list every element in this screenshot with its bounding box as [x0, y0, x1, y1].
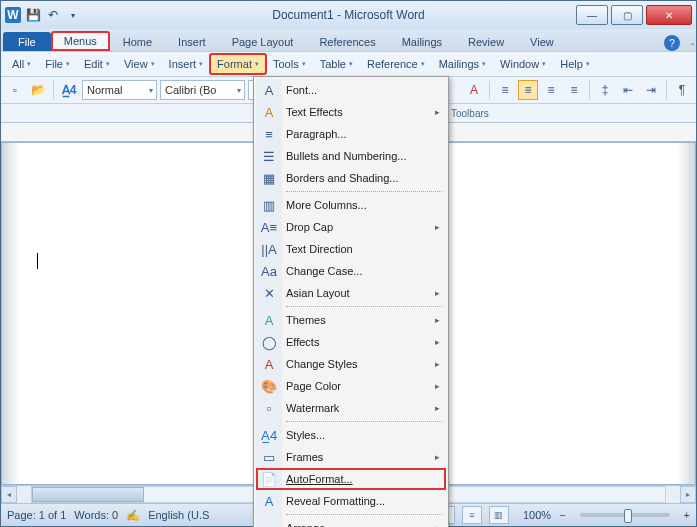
close-button[interactable]: ✕ [646, 5, 692, 25]
borders-icon: ▦ [256, 171, 282, 186]
font-combo[interactable]: Calibri (Bo [160, 80, 245, 100]
align-center-icon[interactable]: ≡ [518, 80, 538, 100]
view-draft-icon[interactable]: ▥ [489, 506, 509, 524]
menu-all[interactable]: All▾ [5, 54, 38, 74]
menu-table[interactable]: Table▾ [313, 54, 360, 74]
menu-reference[interactable]: Reference▾ [360, 54, 432, 74]
menu-item-autoformat[interactable]: 📄AutoFormat... [256, 468, 446, 490]
menu-edit[interactable]: Edit▾ [77, 54, 117, 74]
themes-icon: A [256, 313, 282, 328]
clear-format-icon[interactable]: A̲4 [59, 80, 79, 100]
dropcap-icon: A≡ [256, 220, 282, 235]
change-styles-icon: A [256, 357, 282, 372]
menu-view[interactable]: View▾ [117, 54, 162, 74]
menu-item-page-color[interactable]: 🎨Page Color [256, 375, 446, 397]
tab-review[interactable]: Review [455, 32, 517, 51]
status-words[interactable]: Words: 0 [74, 509, 118, 521]
menu-item-styles[interactable]: A̲4Styles... [256, 424, 446, 446]
menu-item-change-case[interactable]: AaChange Case... [256, 260, 446, 282]
menu-tools[interactable]: Tools▾ [266, 54, 313, 74]
save-icon[interactable]: 💾 [25, 7, 41, 23]
menu-item-change-styles[interactable]: AChange Styles [256, 353, 446, 375]
menu-item-paragraph[interactable]: ≡Paragraph... [256, 123, 446, 145]
menu-item-font[interactable]: AFont... [256, 79, 446, 101]
menu-item-bullets[interactable]: ☰Bullets and Numbering... [256, 145, 446, 167]
status-proofing-icon[interactable]: ✍ [126, 509, 140, 522]
menu-item-watermark[interactable]: ▫Watermark [256, 397, 446, 419]
menu-item-text-direction[interactable]: ||AText Direction [256, 238, 446, 260]
menu-item-arrange[interactable]: Arrange [256, 517, 446, 527]
text-direction-icon: ||A [256, 242, 282, 257]
new-doc-icon[interactable]: ▫ [5, 80, 25, 100]
styles-icon: A̲4 [256, 428, 282, 443]
justify-icon[interactable]: ≡ [564, 80, 584, 100]
tab-file[interactable]: File [3, 32, 51, 51]
qat-more-icon[interactable]: ▾ [65, 7, 81, 23]
ribbon-collapse-icon[interactable]: ⌃ [689, 42, 696, 51]
menu-window[interactable]: Window▾ [493, 54, 553, 74]
text-cursor [37, 253, 38, 269]
status-language[interactable]: English (U.S [148, 509, 209, 521]
menu-bar: All▾ File▾ Edit▾ View▾ Insert▾ Format▾ T… [1, 51, 696, 77]
menu-item-themes[interactable]: AThemes [256, 309, 446, 331]
paragraph-icon: ≡ [256, 127, 282, 142]
menu-item-effects[interactable]: ◯Effects [256, 331, 446, 353]
scroll-thumb[interactable] [32, 487, 144, 502]
menu-item-frames[interactable]: ▭Frames [256, 446, 446, 468]
tab-mailings[interactable]: Mailings [389, 32, 455, 51]
view-outline-icon[interactable]: ≡ [462, 506, 482, 524]
menu-help[interactable]: Help▾ [553, 54, 597, 74]
asian-layout-icon: ✕ [256, 286, 282, 301]
menu-item-asian-layout[interactable]: ✕Asian Layout [256, 282, 446, 304]
menu-format[interactable]: Format▾ [210, 54, 266, 74]
tab-page-layout[interactable]: Page Layout [219, 32, 307, 51]
menu-item-text-effects[interactable]: AText Effects [256, 101, 446, 123]
undo-icon[interactable]: ↶ [45, 7, 61, 23]
tab-home[interactable]: Home [110, 32, 165, 51]
align-left-icon[interactable]: ≡ [495, 80, 515, 100]
ribbon-tabs: File Menus Home Insert Page Layout Refer… [1, 29, 696, 51]
line-spacing-icon[interactable]: ‡ [595, 80, 615, 100]
scroll-right-icon[interactable]: ▸ [680, 486, 696, 503]
zoom-level[interactable]: 100% [523, 509, 551, 521]
menu-item-reveal-formatting[interactable]: AReveal Formatting... [256, 490, 446, 512]
tab-insert[interactable]: Insert [165, 32, 219, 51]
pilcrow-icon[interactable]: ¶ [672, 80, 692, 100]
autoformat-icon: 📄 [256, 472, 282, 487]
tab-references[interactable]: References [306, 32, 388, 51]
effects-icon: ◯ [256, 335, 282, 350]
menu-item-columns[interactable]: ▥More Columns... [256, 194, 446, 216]
menu-item-dropcap[interactable]: A≡Drop Cap [256, 216, 446, 238]
menu-item-borders[interactable]: ▦Borders and Shading... [256, 167, 446, 189]
indent-inc-icon[interactable]: ⇥ [641, 80, 661, 100]
app-window: W 💾 ↶ ▾ Document1 - Microsoft Word — ▢ ✕… [0, 0, 697, 527]
zoom-out-button[interactable]: − [559, 509, 565, 521]
zoom-in-button[interactable]: + [684, 509, 690, 521]
format-dropdown: AFont... AText Effects ≡Paragraph... ☰Bu… [253, 76, 449, 527]
minimize-button[interactable]: — [576, 5, 608, 25]
open-icon[interactable]: 📂 [28, 80, 48, 100]
scroll-left-icon[interactable]: ◂ [1, 486, 17, 503]
style-combo[interactable]: Normal [82, 80, 157, 100]
change-case-icon: Aa [256, 264, 282, 279]
menu-file[interactable]: File▾ [38, 54, 77, 74]
zoom-slider[interactable] [580, 513, 670, 517]
help-icon[interactable]: ? [664, 35, 680, 51]
menu-insert[interactable]: Insert▾ [162, 54, 211, 74]
tab-view[interactable]: View [517, 32, 567, 51]
font-color-icon[interactable]: A [464, 80, 484, 100]
menu-mailings[interactable]: Mailings▾ [432, 54, 493, 74]
tab-menus[interactable]: Menus [51, 31, 110, 51]
columns-icon: ▥ [256, 198, 282, 213]
maximize-button[interactable]: ▢ [611, 5, 643, 25]
page-color-icon: 🎨 [256, 379, 282, 394]
status-page[interactable]: Page: 1 of 1 [7, 509, 66, 521]
indent-dec-icon[interactable]: ⇤ [618, 80, 638, 100]
title-bar: W 💾 ↶ ▾ Document1 - Microsoft Word — ▢ ✕ [1, 1, 696, 29]
toolbars-group-label: Toolbars [445, 108, 495, 119]
app-icon: W [5, 7, 21, 23]
watermark-icon: ▫ [256, 401, 282, 416]
align-right-icon[interactable]: ≡ [541, 80, 561, 100]
font-icon: A [256, 83, 282, 98]
bullets-icon: ☰ [256, 149, 282, 164]
